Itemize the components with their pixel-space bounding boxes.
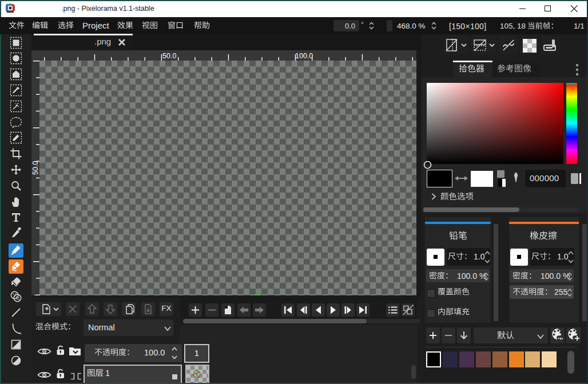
svg-text:50.0: 50.0 <box>31 161 39 175</box>
svg-text:50.0: 50.0 <box>162 52 176 60</box>
svg-text:100.0: 100.0 <box>295 52 313 60</box>
